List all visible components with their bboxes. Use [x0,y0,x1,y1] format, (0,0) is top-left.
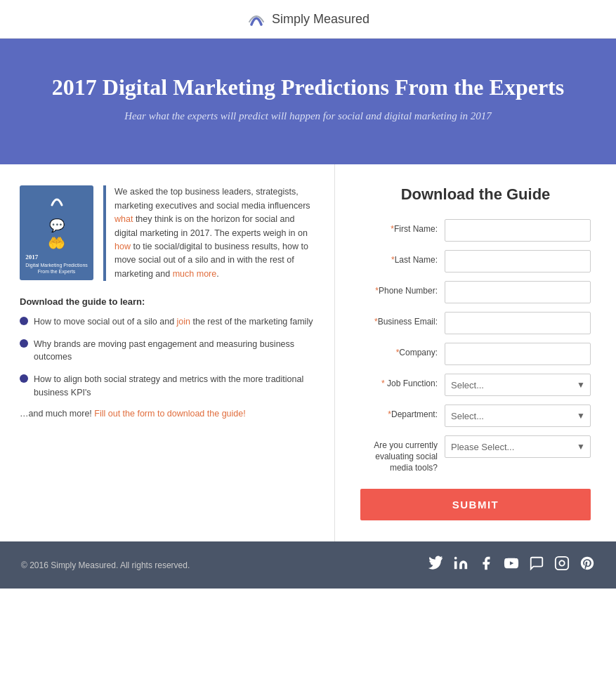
form-row-phone: *Phone Number: [360,281,591,303]
download-form: *First Name: *Last Name: *Phone Number: … [360,219,591,520]
book-logo-icon [49,192,65,211]
youtube-icon[interactable] [504,556,519,574]
form-row-email: *Business Email: [360,312,591,334]
book-year: 2017 [25,254,88,261]
book-description: We asked the top business leaders, strat… [114,185,315,281]
form-row-firstname: *First Name: [360,219,591,242]
cta-text: …and much more! Fill out the form to dow… [20,409,315,419]
input-phone[interactable] [445,281,591,303]
book-cover: 💬 🤲 2017 Digital Marketing Predictions F… [20,185,93,280]
learn-item-text: How to move social out of a silo and joi… [34,315,313,328]
svg-rect-2 [556,557,568,570]
learn-item-3: How to align both social strategy and me… [20,373,315,398]
label-jobfunction: * Job Function: [360,374,438,388]
label-company: *Company: [360,343,438,357]
facebook-icon[interactable] [478,556,494,574]
select-wrapper-evaluating: Please Select... Yes No Maybe ▼ [445,435,591,458]
copyright-text: © 2016 Simply Measured. All rights reser… [21,560,190,570]
submit-button[interactable]: SUBMIT [360,489,591,520]
book-icon-area: 💬 🤲 [48,218,65,251]
chat-icon[interactable] [529,556,544,574]
book-bottom-text: 2017 Digital Marketing Predictions From … [25,254,88,275]
form-title: Download the Guide [360,185,591,204]
bullet-dot [20,339,28,348]
select-department[interactable]: Select... Marketing Sales Engineering HR… [445,405,591,427]
select-evaluating[interactable]: Please Select... Yes No Maybe [445,435,591,458]
accent-bar [103,185,106,281]
form-row-lastname: *Last Name: [360,250,591,272]
pinterest-icon[interactable] [579,556,595,574]
bullet-dot [20,317,28,325]
form-row-department: *Department: Select... Marketing Sales E… [360,405,591,427]
social-icons-group [428,556,595,574]
select-wrapper-department: Select... Marketing Sales Engineering HR… [445,405,591,427]
form-row-company: *Company: [360,343,591,365]
select-wrapper-jobfunction: Select... Marketing Sales Engineering Ex… [445,374,591,396]
instagram-icon[interactable] [554,556,570,574]
brand-name: Simply Measured [272,12,369,27]
learn-item-1: How to move social out of a silo and joi… [20,315,315,328]
hero-section: 2017 Digital Marketing Predictions From … [0,39,616,164]
learn-title: Download the guide to learn: [20,296,315,307]
bullet-dot [20,374,28,383]
twitter-icon[interactable] [428,556,443,574]
select-jobfunction[interactable]: Select... Marketing Sales Engineering Ex… [445,374,591,396]
svg-point-0 [454,557,457,560]
learn-item-text: Why brands are moving past engagement an… [34,338,315,363]
input-company[interactable] [445,343,591,365]
label-lastname: *Last Name: [360,250,438,265]
left-panel: 💬 🤲 2017 Digital Marketing Predictions F… [0,164,335,541]
learn-item-text: How to align both social strategy and me… [34,373,315,398]
logo: Simply Measured [247,9,369,29]
footer: © 2016 Simply Measured. All rights reser… [0,541,616,589]
hero-title: 2017 Digital Marketing Predictions From … [42,74,574,100]
book-section: 💬 🤲 2017 Digital Marketing Predictions F… [20,185,315,281]
label-email: *Business Email: [360,312,438,327]
label-phone: *Phone Number: [360,281,438,296]
right-panel: Download the Guide *First Name: *Last Na… [335,164,616,541]
hero-subtitle: Hear what the experts will predict will … [42,110,574,122]
description-block: We asked the top business leaders, strat… [103,185,315,281]
input-lastname[interactable] [445,250,591,272]
header: Simply Measured [0,0,616,39]
linkedin-icon[interactable] [453,556,468,574]
learn-item-2: Why brands are moving past engagement an… [20,338,315,363]
form-row-jobfunction: * Job Function: Select... Marketing Sale… [360,374,591,396]
simply-measured-logo-icon [247,9,266,29]
label-department: *Department: [360,405,438,419]
input-firstname[interactable] [445,219,591,242]
book-title: Digital Marketing Predictions From the E… [25,262,88,275]
label-firstname: *First Name: [360,219,438,234]
learn-section: Download the guide to learn: How to move… [20,296,315,419]
form-row-evaluating: Are you currently evaluating social medi… [360,435,591,473]
input-email[interactable] [445,312,591,334]
book-cover-top: 💬 🤲 [20,192,93,251]
label-evaluating: Are you currently evaluating social medi… [360,435,438,473]
main-content: 💬 🤲 2017 Digital Marketing Predictions F… [0,164,616,541]
